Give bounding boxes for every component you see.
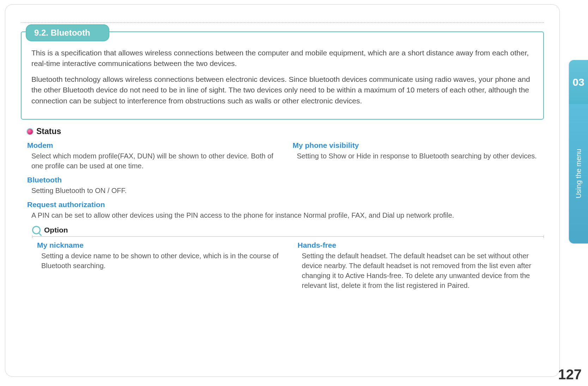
item-title: Hands-free (298, 241, 544, 249)
item-request-auth: Request authorization A PIN can be set t… (21, 200, 544, 220)
option-heading-row: Option (32, 226, 544, 234)
item-bluetooth: Bluetooth Setting Bluetooth to ON / OFF. (27, 176, 279, 195)
side-chapter-tab: 03 Using the menu (569, 60, 588, 243)
magnifier-icon (32, 226, 41, 234)
section-intro: This is a specification that allowes wir… (31, 48, 533, 106)
item-title: Bluetooth (27, 176, 279, 184)
item-body: Setting a device name to be shown to oth… (37, 251, 284, 271)
section-box: 9.2. Bluetooth This is a specification t… (21, 31, 544, 120)
option-col-right: Hands-free Setting the default headset. … (298, 241, 544, 295)
side-tab-title: Using the menu (569, 104, 588, 243)
item-modem: Modem Select which modem profile(FAX, DU… (27, 141, 279, 171)
item-title: My phone visibility (293, 141, 544, 150)
page-number: 127 (558, 367, 582, 382)
option-heading: Option (44, 226, 68, 234)
item-nickname: My nickname Setting a device name to be … (37, 241, 284, 271)
side-tab-number: 03 (569, 60, 588, 104)
item-body: A PIN can be set to allow other devices … (27, 210, 544, 220)
item-title: My nickname (37, 241, 284, 249)
bullet-icon (27, 129, 33, 134)
item-body: Setting Bluetooth to ON / OFF. (27, 186, 279, 195)
item-title: Request authorization (27, 200, 544, 209)
item-handsfree: Hands-free Setting the default headset. … (298, 241, 544, 290)
intro-paragraph-2: Bluetooth technology allows wireless con… (31, 74, 533, 106)
option-block: Option My nickname Setting a device name… (32, 226, 544, 295)
status-col-left: Modem Select which modem profile(FAX, DU… (27, 141, 279, 200)
item-body: Setting to Show or Hide in response to B… (293, 151, 544, 161)
item-body: Select which modem profile(FAX, DUN) wil… (27, 151, 279, 171)
status-heading: Status (36, 127, 61, 136)
section-title-tab: 9.2. Bluetooth (26, 24, 109, 41)
page-frame: 9.2. Bluetooth This is a specification t… (5, 4, 560, 377)
option-divider (32, 236, 544, 237)
option-columns: My nickname Setting a device name to be … (32, 241, 544, 295)
chapter-title: Using the menu (575, 149, 583, 198)
item-visibility: My phone visibility Setting to Show or H… (293, 141, 544, 161)
dotted-divider (21, 22, 544, 23)
status-col-right: My phone visibility Setting to Show or H… (293, 141, 544, 200)
status-columns: Modem Select which modem profile(FAX, DU… (21, 141, 544, 200)
item-title: Modem (27, 141, 279, 150)
status-heading-row: Status (27, 127, 544, 136)
chapter-number: 03 (572, 76, 584, 88)
item-body: Setting the default headset. The default… (298, 251, 544, 290)
intro-paragraph-1: This is a specification that allowes wir… (31, 48, 533, 69)
option-col-left: My nickname Setting a device name to be … (37, 241, 284, 295)
